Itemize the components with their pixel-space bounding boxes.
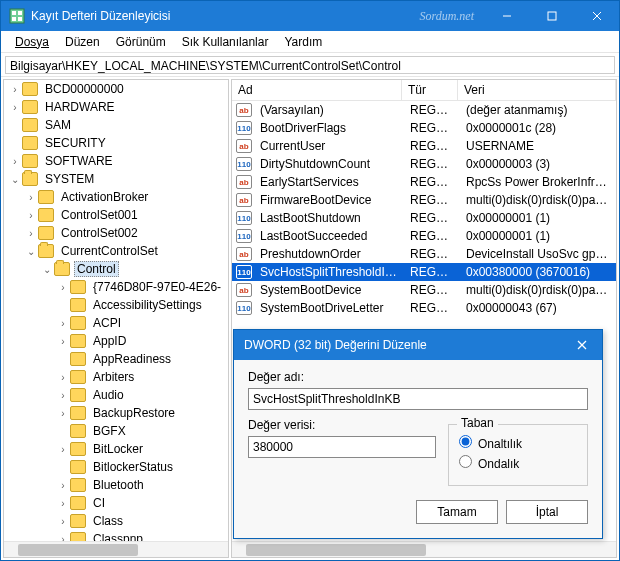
tree-node[interactable]: › BitLocker <box>4 440 228 458</box>
titlebar: Kayıt Defteri Düzenleyicisi Sordum.net <box>1 1 619 31</box>
tree-node[interactable]: › SOFTWARE <box>4 152 228 170</box>
chevron-right-icon[interactable]: › <box>56 444 70 455</box>
tree-node-label: Audio <box>90 387 127 403</box>
cell-data: multi(0)disk(0)rdisk(0)partitio <box>460 193 616 207</box>
tree-node[interactable]: AccessibilitySettings <box>4 296 228 314</box>
chevron-down-icon[interactable]: ⌄ <box>24 246 38 257</box>
tree-node-label: AppReadiness <box>90 351 174 367</box>
chevron-right-icon[interactable]: › <box>56 498 70 509</box>
address-input[interactable]: Bilgisayar\HKEY_LOCAL_MACHINE\SYSTEM\Cur… <box>5 56 615 74</box>
tree-node[interactable]: › HARDWARE <box>4 98 228 116</box>
menu-view[interactable]: Görünüm <box>108 33 174 51</box>
list-row[interactable]: 110 DirtyShutdownCount REG_D… 0x00000003… <box>232 155 616 173</box>
folder-icon <box>22 172 38 186</box>
cell-name: DirtyShutdownCount <box>254 157 404 171</box>
app-icon <box>9 8 25 24</box>
tree-node[interactable]: › CI <box>4 494 228 512</box>
list-row[interactable]: ab (Varsayılan) REG_SZ (değer atanmamış) <box>232 101 616 119</box>
tree-hscrollbar[interactable] <box>4 541 228 557</box>
tree-node[interactable]: SAM <box>4 116 228 134</box>
tree-node[interactable]: › ACPI <box>4 314 228 332</box>
ok-button[interactable]: Tamam <box>416 500 498 524</box>
tree-node[interactable]: BitlockerStatus <box>4 458 228 476</box>
list-row[interactable]: 110 BootDriverFlags REG_D… 0x0000001c (2… <box>232 119 616 137</box>
cell-name: LastBootShutdown <box>254 211 404 225</box>
tree-node[interactable]: › ControlSet001 <box>4 206 228 224</box>
tree-node[interactable]: › ControlSet002 <box>4 224 228 242</box>
chevron-right-icon[interactable]: › <box>56 372 70 383</box>
tree-node[interactable]: › BCD00000000 <box>4 80 228 98</box>
tree-node-label: BackupRestore <box>90 405 178 421</box>
tree-node[interactable]: › Audio <box>4 386 228 404</box>
tree-node[interactable]: › {7746D80F-97E0-4E26- <box>4 278 228 296</box>
list-row[interactable]: ab EarlyStartServices REG_… RpcSs Power … <box>232 173 616 191</box>
tree-node-label: CI <box>90 495 108 511</box>
tree-node-label: BitLocker <box>90 441 146 457</box>
chevron-right-icon[interactable]: › <box>56 408 70 419</box>
chevron-right-icon[interactable]: › <box>56 480 70 491</box>
list-row[interactable]: 110 SystemBootDriveLetter REG_D… 0x00000… <box>232 299 616 317</box>
tree-node[interactable]: AppReadiness <box>4 350 228 368</box>
chevron-right-icon[interactable]: › <box>24 228 38 239</box>
menu-help[interactable]: Yardım <box>276 33 330 51</box>
tree-node[interactable]: › AppID <box>4 332 228 350</box>
tree-node-label: BGFX <box>90 423 129 439</box>
value-data-input[interactable] <box>248 436 436 458</box>
tree-node[interactable]: SECURITY <box>4 134 228 152</box>
chevron-right-icon[interactable]: › <box>8 156 22 167</box>
list-row[interactable]: 110 LastBootShutdown REG_D… 0x00000001 (… <box>232 209 616 227</box>
list-row[interactable]: ab CurrentUser REG_SZ USERNAME <box>232 137 616 155</box>
list-row[interactable]: 110 LastBootSucceeded REG_D… 0x00000001 … <box>232 227 616 245</box>
tree-node[interactable]: › ActivationBroker <box>4 188 228 206</box>
list-row[interactable]: ab PreshutdownOrder REG_… DeviceInstall … <box>232 245 616 263</box>
radio-hex-input[interactable] <box>459 435 472 448</box>
cancel-button[interactable]: İptal <box>506 500 588 524</box>
col-name[interactable]: Ad <box>232 80 402 100</box>
chevron-right-icon[interactable]: › <box>56 336 70 347</box>
menu-file[interactable]: Dosya <box>7 33 57 51</box>
minimize-button[interactable] <box>484 1 529 31</box>
chevron-right-icon[interactable]: › <box>24 210 38 221</box>
tree-node[interactable]: ⌄ SYSTEM <box>4 170 228 188</box>
chevron-right-icon[interactable]: › <box>24 192 38 203</box>
cell-data: RpcSs Power BrokerInfrastruc <box>460 175 616 189</box>
close-button[interactable] <box>574 1 619 31</box>
tree-node-label: SOFTWARE <box>42 153 116 169</box>
cell-type: REG_D… <box>404 265 460 279</box>
col-data[interactable]: Veri <box>458 80 616 100</box>
list-row[interactable]: 110 SvcHostSplitThresholdInKB REG_D… 0x0… <box>232 263 616 281</box>
chevron-right-icon[interactable]: › <box>56 318 70 329</box>
value-name-input[interactable] <box>248 388 588 410</box>
chevron-right-icon[interactable]: › <box>56 516 70 527</box>
dialog-close-button[interactable] <box>562 330 602 360</box>
tree-node[interactable]: ⌄ Control <box>4 260 228 278</box>
radio-hex[interactable]: Onaltılık <box>459 435 577 451</box>
key-tree[interactable]: › BCD00000000 › HARDWARE SAM SECURITY › … <box>3 79 229 558</box>
col-type[interactable]: Tür <box>402 80 458 100</box>
tree-node[interactable]: › Bluetooth <box>4 476 228 494</box>
tree-node-label: AccessibilitySettings <box>90 297 205 313</box>
chevron-right-icon[interactable]: › <box>56 390 70 401</box>
radio-dec[interactable]: Ondalık <box>459 455 577 471</box>
list-hscrollbar[interactable] <box>232 541 616 557</box>
chevron-right-icon[interactable]: › <box>8 102 22 113</box>
chevron-right-icon[interactable]: › <box>8 84 22 95</box>
tree-node[interactable]: › Arbiters <box>4 368 228 386</box>
tree-node[interactable]: › Class <box>4 512 228 530</box>
tree-node[interactable]: BGFX <box>4 422 228 440</box>
list-row[interactable]: ab FirmwareBootDevice REG_SZ multi(0)dis… <box>232 191 616 209</box>
chevron-down-icon[interactable]: ⌄ <box>8 174 22 185</box>
chevron-down-icon[interactable]: ⌄ <box>40 264 54 275</box>
list-row[interactable]: ab SystemBootDevice REG_SZ multi(0)disk(… <box>232 281 616 299</box>
radio-dec-input[interactable] <box>459 455 472 468</box>
folder-icon <box>70 406 86 420</box>
maximize-button[interactable] <box>529 1 574 31</box>
menu-edit[interactable]: Düzen <box>57 33 108 51</box>
tree-node[interactable]: › BackupRestore <box>4 404 228 422</box>
folder-icon <box>70 496 86 510</box>
menu-favorites[interactable]: Sık Kullanılanlar <box>174 33 277 51</box>
tree-node[interactable]: ⌄ CurrentControlSet <box>4 242 228 260</box>
base-group: Taban Onaltılık Ondalık <box>448 424 588 486</box>
chevron-right-icon[interactable]: › <box>56 282 70 293</box>
value-name-label: Değer adı: <box>248 370 588 384</box>
